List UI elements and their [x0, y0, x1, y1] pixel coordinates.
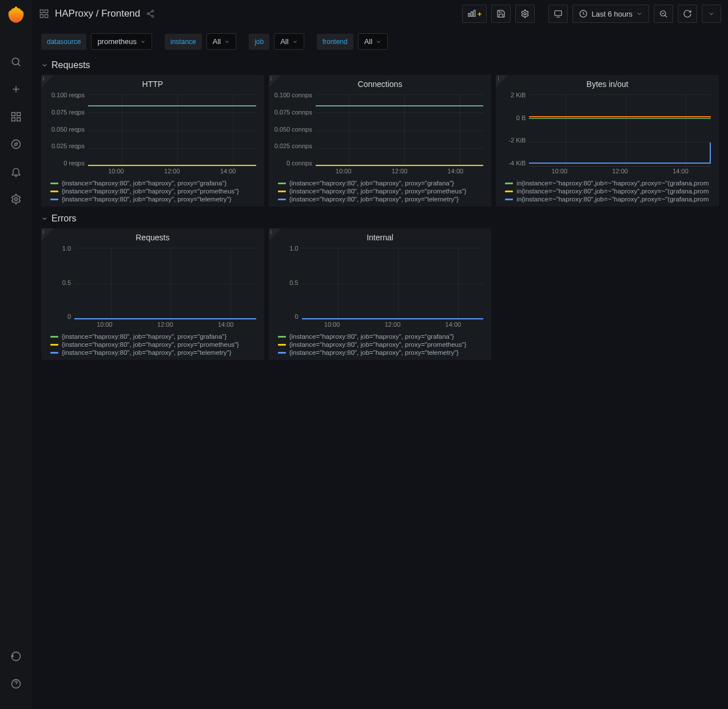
- chart-http: 0.100 reqps 0.075 reqps 0.050 reqps 0.02…: [47, 92, 258, 177]
- settings-button[interactable]: [515, 5, 535, 23]
- svg-rect-23: [468, 13, 470, 16]
- share-icon[interactable]: [146, 9, 155, 18]
- svg-rect-4: [12, 113, 15, 116]
- var-label-frontend[interactable]: frontend: [317, 34, 353, 50]
- chevron-down-icon: [708, 10, 715, 17]
- svg-line-22: [149, 14, 152, 16]
- dashboards-icon[interactable]: [5, 105, 27, 128]
- panel-row-requests: i HTTP 0.100 reqps 0.075 reqps 0.050 req…: [41, 75, 719, 207]
- dashboard-icon: [39, 9, 49, 19]
- svg-rect-14: [40, 10, 43, 13]
- breadcrumb[interactable]: HAProxy / Frontend: [39, 8, 155, 19]
- svg-point-10: [15, 198, 18, 201]
- legend-bytes: in{instance=~"haproxy:80",job=~"haproxy"…: [502, 177, 713, 203]
- toolbar: HAProxy / Frontend + Last 6 hours: [32, 0, 728, 27]
- svg-line-31: [665, 15, 667, 17]
- timerange-picker[interactable]: Last 6 hours: [572, 5, 649, 23]
- svg-line-21: [149, 11, 152, 13]
- svg-rect-25: [474, 10, 475, 17]
- legend-connections: {instance="haproxy:80", job="haproxy", p…: [275, 177, 486, 203]
- svg-point-26: [524, 13, 526, 15]
- chart-err-requests: 1.0 0.5 0 10:00: [47, 245, 258, 330]
- grafana-logo[interactable]: [5, 5, 27, 27]
- dashboard-body: Requests i HTTP 0.100 reqps 0.075 reqps …: [32, 57, 728, 709]
- explore-icon[interactable]: [5, 133, 27, 156]
- svg-point-18: [152, 10, 154, 12]
- panel-row-errors: i Requests 1.0 0.5 0: [41, 228, 719, 360]
- chart-connections: 0.100 connps 0.075 connps 0.050 connps 0…: [275, 92, 486, 177]
- panel-err-requests[interactable]: i Requests 1.0 0.5 0: [41, 228, 264, 360]
- panel-http[interactable]: i HTTP 0.100 reqps 0.075 reqps 0.050 req…: [41, 75, 264, 207]
- var-select-instance[interactable]: All: [206, 33, 236, 50]
- svg-rect-5: [17, 113, 21, 116]
- svg-rect-17: [45, 15, 48, 18]
- chevron-down-icon: [636, 10, 643, 17]
- panel-title: Internal: [269, 228, 492, 244]
- chevron-down-icon: [41, 215, 48, 222]
- help-icon[interactable]: [5, 672, 27, 695]
- panel-title: Requests: [41, 228, 264, 244]
- row-header-requests[interactable]: Requests: [41, 60, 719, 70]
- var-label-datasource[interactable]: datasource: [41, 34, 86, 50]
- configuration-icon[interactable]: [5, 188, 27, 211]
- chart-bytes: 2 KiB 0 B -2 KiB -4 KiB: [502, 92, 713, 177]
- svg-point-19: [148, 13, 149, 14]
- legend-http: {instance="haproxy:80", job="haproxy", p…: [47, 177, 258, 203]
- timerange-label: Last 6 hours: [591, 10, 632, 18]
- svg-point-8: [12, 140, 21, 149]
- var-select-job[interactable]: All: [274, 33, 304, 50]
- chevron-down-icon: [376, 39, 381, 45]
- row-title: Requests: [51, 60, 90, 70]
- zoom-out-button[interactable]: [654, 5, 673, 23]
- panel-title: HTTP: [41, 75, 264, 91]
- side-nav: [0, 0, 32, 709]
- chevron-down-icon: [140, 39, 146, 45]
- chevron-down-icon: [292, 39, 298, 45]
- row-header-errors[interactable]: Errors: [41, 213, 719, 224]
- refresh-interval-button[interactable]: [702, 5, 721, 23]
- chart-err-internal: 1.0 0.5 0 10:00: [275, 245, 486, 330]
- var-select-datasource[interactable]: prometheus: [91, 33, 152, 50]
- tv-mode-button[interactable]: [548, 5, 568, 23]
- save-button[interactable]: [491, 5, 511, 23]
- svg-rect-6: [12, 118, 15, 121]
- legend-err-internal: {instance="haproxy:80", job="haproxy", p…: [275, 330, 486, 357]
- var-select-frontend[interactable]: All: [358, 33, 388, 50]
- svg-line-1: [18, 64, 20, 66]
- add-panel-button[interactable]: +: [462, 5, 487, 23]
- cycle-view-icon[interactable]: [5, 645, 27, 668]
- page-title: HAProxy / Frontend: [55, 8, 140, 19]
- legend-err-requests: {instance="haproxy:80", job="haproxy", p…: [47, 330, 258, 357]
- svg-rect-7: [17, 118, 21, 121]
- svg-rect-16: [40, 15, 43, 18]
- panel-err-internal[interactable]: i Internal 1.0 0.5 0: [269, 228, 492, 360]
- svg-point-0: [12, 58, 19, 65]
- alerting-icon[interactable]: [5, 160, 27, 183]
- template-variables-bar: datasource prometheus instance All job A…: [32, 27, 728, 57]
- var-label-job[interactable]: job: [249, 34, 269, 50]
- main-area: HAProxy / Frontend + Last 6 hours dataso…: [32, 0, 728, 709]
- chevron-down-icon: [224, 39, 230, 45]
- clock-icon: [579, 9, 588, 18]
- svg-rect-15: [45, 10, 48, 13]
- svg-point-20: [152, 15, 154, 17]
- refresh-button[interactable]: [678, 5, 697, 23]
- panel-title: Bytes in/out: [496, 75, 719, 91]
- svg-rect-24: [471, 12, 473, 17]
- svg-rect-27: [555, 11, 562, 16]
- panel-connections[interactable]: i Connections 0.100 connps 0.075 connps …: [269, 75, 492, 207]
- chevron-down-icon: [41, 62, 48, 69]
- plus-icon[interactable]: [5, 78, 27, 101]
- search-icon[interactable]: [5, 50, 27, 73]
- row-title: Errors: [51, 213, 77, 224]
- var-label-instance[interactable]: instance: [165, 34, 202, 50]
- panel-bytes[interactable]: i Bytes in/out 2 KiB 0 B -2 KiB -4 KiB: [496, 75, 719, 207]
- svg-marker-9: [15, 143, 18, 146]
- panel-title: Connections: [269, 75, 492, 91]
